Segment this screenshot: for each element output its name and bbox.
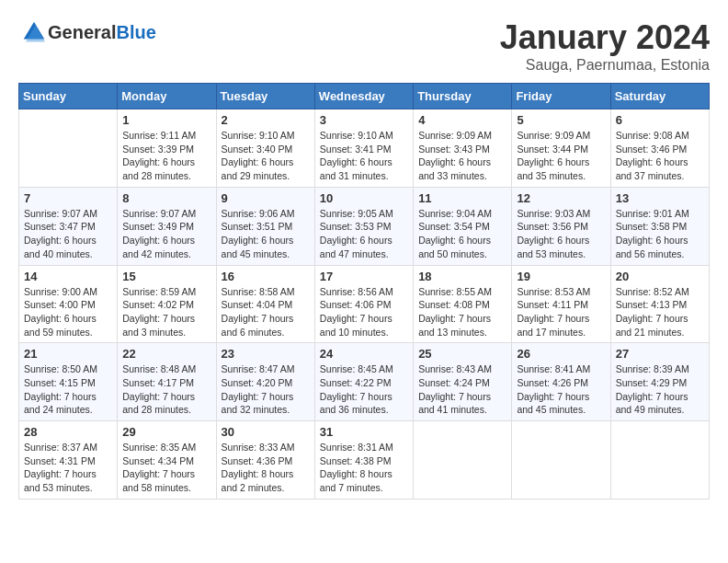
day-info: Sunrise: 9:06 AMSunset: 3:51 PMDaylight:… (222, 207, 310, 261)
calendar-week-row: 21Sunrise: 8:50 AMSunset: 4:15 PMDayligh… (19, 343, 710, 421)
calendar-table: Sunday Monday Tuesday Wednesday Thursday… (18, 83, 710, 500)
day-info: Sunrise: 8:41 AMSunset: 4:26 PMDaylight:… (517, 362, 605, 417)
day-number: 13 (616, 191, 704, 205)
table-row: 7Sunrise: 9:07 AMSunset: 3:47 PMDaylight… (19, 187, 118, 265)
day-number: 26 (517, 347, 605, 361)
day-number: 16 (222, 270, 310, 283)
day-info: Sunrise: 8:55 AMSunset: 4:08 PMDaylight:… (418, 285, 506, 339)
day-number: 9 (222, 191, 310, 205)
day-info: Sunrise: 8:35 AMSunset: 4:34 PMDaylight:… (122, 441, 210, 495)
table-row: 26Sunrise: 8:41 AMSunset: 4:26 PMDayligh… (512, 343, 610, 421)
day-info: Sunrise: 8:59 AMSunset: 4:02 PMDaylight:… (122, 285, 210, 339)
header-tuesday: Tuesday (216, 84, 314, 109)
day-info: Sunrise: 9:11 AMSunset: 3:39 PMDaylight:… (122, 129, 210, 183)
calendar-week-row: 28Sunrise: 8:37 AMSunset: 4:31 PMDayligh… (19, 421, 710, 500)
table-row: 3Sunrise: 9:10 AMSunset: 3:41 PMDaylight… (314, 109, 413, 188)
header-sunday: Sunday (19, 84, 118, 109)
title-area: January 2024 Sauga, Paernumaa, Estonia (500, 18, 710, 74)
table-row (414, 421, 512, 500)
table-row: 23Sunrise: 8:47 AMSunset: 4:20 PMDayligh… (216, 343, 314, 421)
table-row (512, 421, 610, 500)
day-info: Sunrise: 8:45 AMSunset: 4:22 PMDaylight:… (320, 362, 408, 417)
day-number: 17 (320, 270, 408, 283)
table-row: 24Sunrise: 8:45 AMSunset: 4:22 PMDayligh… (314, 343, 413, 421)
day-info: Sunrise: 9:10 AMSunset: 3:40 PMDaylight:… (222, 129, 310, 183)
day-number: 5 (517, 113, 605, 127)
table-row: 4Sunrise: 9:09 AMSunset: 3:43 PMDaylight… (414, 109, 512, 188)
day-info: Sunrise: 8:47 AMSunset: 4:20 PMDaylight:… (222, 362, 310, 417)
table-row: 25Sunrise: 8:43 AMSunset: 4:24 PMDayligh… (414, 343, 512, 421)
header-thursday: Thursday (414, 84, 512, 109)
day-number: 3 (320, 113, 408, 127)
day-info: Sunrise: 8:50 AMSunset: 4:15 PMDaylight:… (24, 362, 112, 417)
day-number: 18 (418, 270, 506, 283)
day-info: Sunrise: 8:53 AMSunset: 4:11 PMDaylight:… (517, 285, 605, 339)
day-number: 25 (418, 347, 506, 361)
table-row: 30Sunrise: 8:33 AMSunset: 4:36 PMDayligh… (216, 421, 314, 500)
day-info: Sunrise: 9:05 AMSunset: 3:53 PMDaylight:… (320, 207, 408, 261)
day-number: 2 (222, 113, 310, 127)
day-number: 12 (517, 191, 605, 205)
day-number: 31 (320, 425, 408, 439)
table-row: 28Sunrise: 8:37 AMSunset: 4:31 PMDayligh… (19, 421, 118, 500)
day-number: 20 (616, 270, 704, 283)
day-number: 11 (418, 191, 506, 205)
table-row: 12Sunrise: 9:03 AMSunset: 3:56 PMDayligh… (512, 187, 610, 265)
day-number: 22 (122, 347, 210, 361)
day-info: Sunrise: 9:09 AMSunset: 3:44 PMDaylight:… (517, 129, 605, 183)
day-number: 15 (122, 270, 210, 283)
table-row: 5Sunrise: 9:09 AMSunset: 3:44 PMDaylight… (512, 109, 610, 188)
month-title: January 2024 (500, 18, 710, 57)
calendar-week-row: 1Sunrise: 9:11 AMSunset: 3:39 PMDaylight… (19, 109, 710, 188)
table-row: 10Sunrise: 9:05 AMSunset: 3:53 PMDayligh… (314, 187, 413, 265)
day-info: Sunrise: 9:07 AMSunset: 3:49 PMDaylight:… (122, 207, 210, 261)
header-friday: Friday (512, 84, 610, 109)
table-row: 11Sunrise: 9:04 AMSunset: 3:54 PMDayligh… (414, 187, 512, 265)
day-info: Sunrise: 8:58 AMSunset: 4:04 PMDaylight:… (222, 285, 310, 339)
calendar-week-row: 7Sunrise: 9:07 AMSunset: 3:47 PMDaylight… (19, 187, 710, 265)
day-number: 7 (24, 191, 112, 205)
table-row (610, 421, 709, 500)
table-row: 9Sunrise: 9:06 AMSunset: 3:51 PMDaylight… (216, 187, 314, 265)
day-number: 19 (517, 270, 605, 283)
day-number: 28 (24, 425, 112, 439)
table-row: 6Sunrise: 9:08 AMSunset: 3:46 PMDaylight… (610, 109, 709, 188)
day-number: 21 (24, 347, 112, 361)
logo: GeneralBlue (18, 18, 156, 46)
day-number: 27 (616, 347, 704, 361)
day-info: Sunrise: 8:56 AMSunset: 4:06 PMDaylight:… (320, 285, 408, 339)
generalblue-logo-icon (20, 18, 48, 46)
table-row (19, 109, 118, 188)
day-info: Sunrise: 9:01 AMSunset: 3:58 PMDaylight:… (616, 207, 704, 261)
day-info: Sunrise: 8:52 AMSunset: 4:13 PMDaylight:… (616, 285, 704, 339)
table-row: 27Sunrise: 8:39 AMSunset: 4:29 PMDayligh… (610, 343, 709, 421)
day-number: 4 (418, 113, 506, 127)
table-row: 20Sunrise: 8:52 AMSunset: 4:13 PMDayligh… (610, 265, 709, 343)
day-info: Sunrise: 8:43 AMSunset: 4:24 PMDaylight:… (418, 362, 506, 417)
table-row: 31Sunrise: 8:31 AMSunset: 4:38 PMDayligh… (314, 421, 413, 500)
table-row: 18Sunrise: 8:55 AMSunset: 4:08 PMDayligh… (414, 265, 512, 343)
table-row: 17Sunrise: 8:56 AMSunset: 4:06 PMDayligh… (314, 265, 413, 343)
table-row: 19Sunrise: 8:53 AMSunset: 4:11 PMDayligh… (512, 265, 610, 343)
table-row: 21Sunrise: 8:50 AMSunset: 4:15 PMDayligh… (19, 343, 118, 421)
day-info: Sunrise: 8:37 AMSunset: 4:31 PMDaylight:… (24, 441, 112, 495)
header-saturday: Saturday (610, 84, 709, 109)
header-wednesday: Wednesday (314, 84, 413, 109)
table-row: 15Sunrise: 8:59 AMSunset: 4:02 PMDayligh… (118, 265, 216, 343)
day-number: 30 (222, 425, 310, 439)
header-monday: Monday (118, 84, 216, 109)
day-number: 1 (122, 113, 210, 127)
day-info: Sunrise: 9:07 AMSunset: 3:47 PMDaylight:… (24, 207, 112, 261)
table-row: 16Sunrise: 8:58 AMSunset: 4:04 PMDayligh… (216, 265, 314, 343)
table-row: 29Sunrise: 8:35 AMSunset: 4:34 PMDayligh… (118, 421, 216, 500)
day-info: Sunrise: 9:10 AMSunset: 3:41 PMDaylight:… (320, 129, 408, 183)
table-row: 2Sunrise: 9:10 AMSunset: 3:40 PMDaylight… (216, 109, 314, 188)
weekday-header-row: Sunday Monday Tuesday Wednesday Thursday… (19, 84, 710, 109)
day-info: Sunrise: 8:48 AMSunset: 4:17 PMDaylight:… (122, 362, 210, 417)
day-number: 23 (222, 347, 310, 361)
calendar-week-row: 14Sunrise: 9:00 AMSunset: 4:00 PMDayligh… (19, 265, 710, 343)
table-row: 13Sunrise: 9:01 AMSunset: 3:58 PMDayligh… (610, 187, 709, 265)
day-number: 10 (320, 191, 408, 205)
day-info: Sunrise: 9:09 AMSunset: 3:43 PMDaylight:… (418, 129, 506, 183)
header: GeneralBlue January 2024 Sauga, Paernuma… (18, 18, 710, 74)
